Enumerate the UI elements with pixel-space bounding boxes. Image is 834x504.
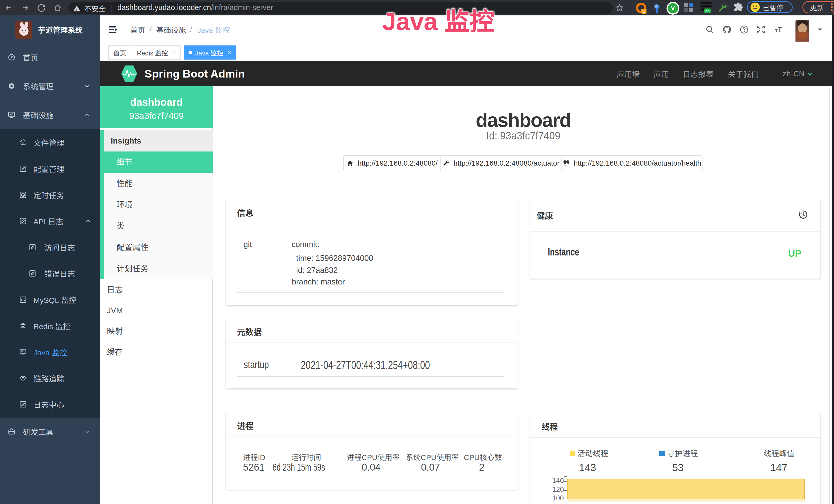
svg-text:1: 1 [643,9,645,14]
svg-text:on: on [705,9,709,13]
svg-text:V: V [671,5,675,12]
